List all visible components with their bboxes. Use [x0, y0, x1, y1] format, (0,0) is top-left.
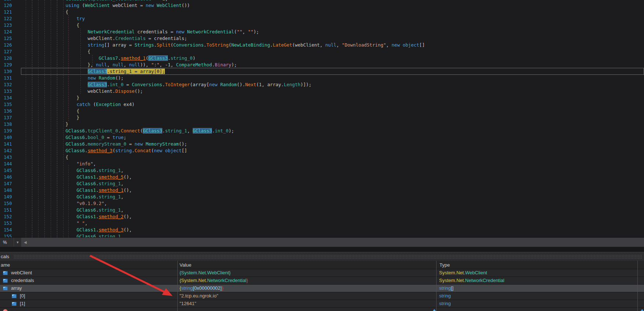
code-line: 123 {	[0, 22, 644, 29]
highlighted-symbol: GClass3	[88, 82, 107, 87]
local-variable-icon	[3, 279, 8, 283]
line-number: 127	[4, 48, 12, 55]
code-line: 146 GClass1.smethod_5(),	[0, 174, 644, 180]
locals-value: {System.Net.WebClient}	[180, 269, 433, 277]
code-line: 138 }	[0, 121, 644, 128]
line-number: 133	[4, 88, 12, 95]
locals-row[interactable]: [0]"2.tcp.eu.ngrok.io"string	[0, 292, 644, 300]
line-number: 129	[4, 62, 12, 68]
locals-row-partial[interactable]	[0, 308, 644, 311]
code-line: 140 GClass6.bool_0 = true;	[0, 134, 644, 141]
zoom-label: %	[3, 240, 7, 245]
code-line: 151 GClass6.string_1,	[0, 207, 644, 213]
line-number: 154	[4, 227, 12, 233]
line-number: 131	[4, 75, 12, 81]
code-line: 153 " ",	[0, 220, 644, 227]
line-number: 150	[4, 200, 12, 207]
column-header-type[interactable]: Type	[439, 261, 450, 269]
locals-panel: cals ame Value Type webClient{System.Net…	[0, 252, 644, 311]
locals-type: System.Net.NetworkCredential	[439, 277, 636, 284]
locals-panel-title: cals	[1, 254, 9, 259]
expander-arrow-icon	[433, 309, 436, 311]
locals-name: array	[11, 285, 173, 292]
line-number: 121	[4, 9, 12, 15]
code-line: 148 GClass1.smethod_1(),	[0, 187, 644, 194]
line-number: 142	[4, 147, 12, 154]
code-line: 129 }, null, null, null)), ":", -1, Comp…	[0, 62, 644, 68]
column-separator[interactable]	[637, 261, 638, 311]
code-line: 150 "v0.1.9.2",	[0, 200, 644, 207]
code-line: 132 GClass3.int_0 = Conversions.ToIntege…	[0, 81, 644, 88]
code-line: 142 GClass6.smethod_3(string.Concat(new …	[0, 147, 644, 154]
code-line: 131 new Random();	[0, 75, 644, 81]
locals-row[interactable]: credentials{System.Net.NetworkCredential…	[0, 277, 644, 285]
titlebar-grip-dots	[14, 255, 642, 259]
code-line: 137 }	[0, 114, 644, 121]
code-line: 133 webClient.Dispose();	[0, 88, 644, 95]
code-line: 125 webClient.Credentials = credentials;	[0, 35, 644, 42]
expander-arrow-icon	[640, 309, 644, 311]
line-number: 134	[4, 95, 12, 101]
line-number: 138	[4, 121, 12, 128]
exception-icon	[3, 309, 8, 311]
local-variable-icon	[12, 294, 17, 298]
locals-row[interactable]: [1]"12641"string	[0, 300, 644, 308]
line-number: 137	[4, 114, 12, 121]
locals-name: [0]	[20, 292, 181, 300]
locals-panel-titlebar: cals	[0, 252, 644, 261]
local-variable-icon	[3, 286, 8, 290]
locals-value: "12641"	[180, 300, 433, 307]
highlighted-symbol: GClass3	[88, 69, 107, 74]
highlighted-symbol: GClass3	[148, 55, 168, 61]
locals-row[interactable]: array{string[0x00000002]}string[]	[0, 285, 644, 292]
line-number: 145	[4, 167, 12, 174]
code-editor[interactable]: 119 GClass6.tcpClient_0.SendTimeout = -1…	[0, 0, 644, 237]
code-line: 126 string[] array = Strings.Split(Conve…	[0, 42, 644, 48]
line-number: 144	[4, 161, 12, 167]
line-number: 149	[4, 194, 12, 200]
line-number: 146	[4, 174, 12, 180]
locals-value: {System.Net.NetworkCredential}	[180, 277, 433, 284]
code-line: 135 catch (Exception ex4)	[0, 101, 644, 108]
line-number: 132	[4, 81, 12, 88]
code-line: 134 }	[0, 95, 644, 101]
line-number: 123	[4, 22, 12, 29]
line-number: 136	[4, 108, 12, 114]
current-statement-highlight: GClass3.string_1 = array[0];	[88, 69, 165, 74]
locals-type: System.Net.WebClient	[439, 269, 636, 277]
horizontal-scrollbar[interactable]: ◀	[22, 238, 644, 247]
code-line: 155 GClass6.string_1,	[0, 233, 644, 237]
code-line: 124 NetworkCredential credentials = new …	[0, 29, 644, 35]
line-number: 147	[4, 180, 12, 187]
code-line: 120 using (WebClient webClient = new Web…	[0, 2, 644, 9]
code-line: 141 GClass6.memoryStream_0 = new MemoryS…	[0, 141, 644, 147]
line-number: 126	[4, 42, 12, 48]
line-number: 120	[4, 2, 12, 9]
line-number: 155	[4, 233, 12, 237]
locals-type: string[]	[439, 285, 636, 292]
code-line: 122 try	[0, 15, 644, 22]
line-number: 153	[4, 220, 12, 227]
line-number: 130	[4, 68, 12, 75]
code-line: 127 {	[0, 48, 644, 55]
zoom-level-control[interactable]: %	[0, 238, 14, 247]
line-number: 135	[4, 101, 12, 108]
column-header-name[interactable]: ame	[1, 261, 10, 269]
line-number: 140	[4, 134, 12, 141]
code-line: 143 {	[0, 154, 644, 161]
locals-name: credentials	[11, 277, 173, 284]
column-separator[interactable]	[177, 261, 178, 311]
code-line: 121 {	[0, 9, 644, 15]
locals-row[interactable]: webClient{System.Net.WebClient}System.Ne…	[0, 269, 644, 277]
line-number: 125	[4, 35, 12, 42]
column-header-value[interactable]: Value	[180, 261, 191, 269]
local-variable-icon	[3, 271, 8, 275]
zoom-dropdown-button[interactable]: ▼	[14, 238, 22, 247]
chevron-down-icon: ▼	[16, 241, 19, 244]
column-separator[interactable]	[436, 261, 437, 311]
line-number: 141	[4, 141, 12, 147]
code-line: 130 GClass3.string_1 = array[0];	[0, 68, 644, 75]
code-line: 152 GClass1.smethod_2(),	[0, 213, 644, 220]
code-line: 144 "info",	[0, 161, 644, 167]
highlighted-symbol: GClass3	[143, 128, 162, 133]
